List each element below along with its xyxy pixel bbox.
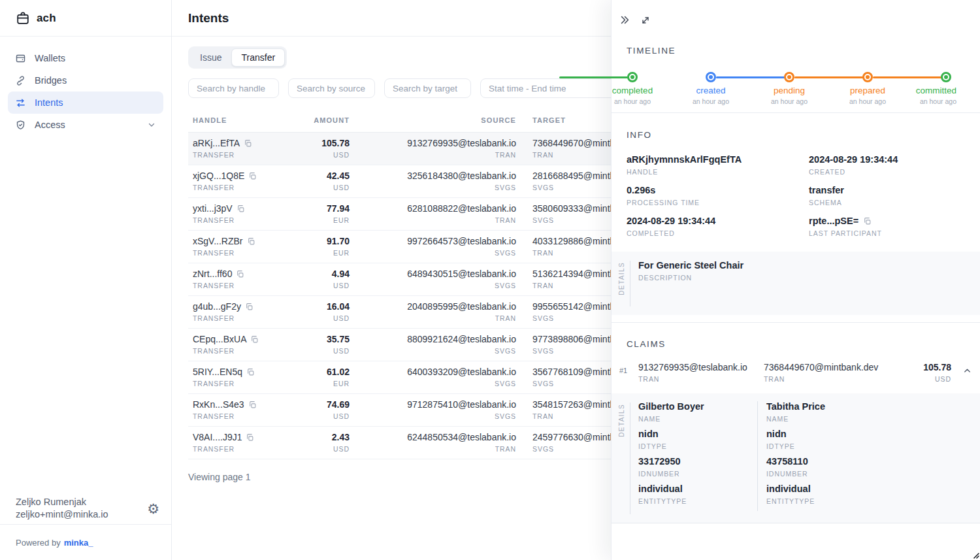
timeline-step-time: an hour ago <box>916 97 956 105</box>
intent-handle: yxti...j3pV <box>193 203 233 214</box>
logo: ach <box>0 0 171 37</box>
sidebar-nav: Wallets Bridges Intents <box>0 37 171 146</box>
intent-handle: g4ub...gF2y <box>193 301 241 312</box>
intent-source-type: TRAN <box>371 314 516 322</box>
sidebar-item-label: Access <box>35 120 65 130</box>
copy-icon[interactable] <box>246 433 254 442</box>
intent-amount: 74.69 <box>286 399 350 410</box>
sidebar-item-wallets[interactable]: Wallets <box>8 47 163 69</box>
copy-icon[interactable] <box>250 335 259 344</box>
info-field-label: SCHEMA <box>809 199 964 206</box>
timeline-step-time: an hour ago <box>771 97 808 105</box>
copy-icon[interactable] <box>245 303 253 311</box>
search-by-target-input[interactable] <box>384 78 471 98</box>
timeline-connector <box>716 76 785 78</box>
copy-icon[interactable] <box>248 401 257 409</box>
timeline-step-time: an hour ago <box>693 97 729 105</box>
swap-arrows-icon <box>15 97 26 108</box>
info-field-value: 2024-08-29 19:34:44 <box>809 154 898 165</box>
info-field-value: 2024-08-29 19:34:44 <box>627 216 715 226</box>
timeline-step-label: pending <box>771 86 808 95</box>
timeline-connector <box>638 76 707 78</box>
claim-details-block: DETAILS Gilberto Boyer NAME nidn IDTYPE … <box>612 393 980 523</box>
intent-handle: aRKj...EfTA <box>193 138 240 148</box>
expand-panel-icon[interactable] <box>639 13 652 27</box>
intent-source-type: SVGS <box>371 282 516 289</box>
intent-handle: 5RIY...EN5q <box>193 367 242 377</box>
page-title: Intents <box>188 11 229 25</box>
copy-icon[interactable] <box>247 237 255 246</box>
tab-transfer[interactable]: Transfer <box>231 48 285 67</box>
intent-amount: 16.04 <box>286 301 350 312</box>
sidebar-item-access[interactable]: Access <box>8 114 163 136</box>
settings-gear-icon[interactable]: ⚙ <box>147 502 159 516</box>
divider <box>630 261 630 306</box>
plug-icon <box>15 75 26 86</box>
column-header-amount: AMOUNT <box>286 116 350 124</box>
chevron-down-icon <box>147 120 156 129</box>
copy-icon[interactable] <box>246 368 255 376</box>
claim-target: 7368449670@mintbank.dev <box>764 362 878 372</box>
intent-handle: zNrt...ff60 <box>193 269 232 279</box>
intent-source-type: TRAN <box>371 445 516 453</box>
claim-source: 9132769935@teslabank.io <box>638 362 747 372</box>
intent-currency: USD <box>286 347 350 355</box>
claim-target-type: TRAN <box>764 375 878 383</box>
intent-source: 6281088822@teslabank.io <box>371 203 516 214</box>
claim-row[interactable]: #1 9132769935@teslabank.io TRAN 73684496… <box>612 358 980 388</box>
copy-icon[interactable] <box>248 172 257 180</box>
date-range-input[interactable] <box>480 78 619 98</box>
user-name: Zeljko Rumenjak <box>16 496 108 508</box>
search-by-handle-input[interactable] <box>188 78 279 98</box>
intent-currency: EUR <box>286 249 350 257</box>
info-field: transfer SCHEMA <box>809 185 964 206</box>
info-section-title: INFO <box>627 130 652 140</box>
copy-icon[interactable] <box>237 205 245 213</box>
tab-issue[interactable]: Issue <box>190 48 231 67</box>
user-email: zeljko+mint@minka.io <box>16 508 108 521</box>
briefcase-icon <box>16 11 30 25</box>
intent-handle: CEpq...BxUA <box>193 334 246 344</box>
search-by-source-input[interactable] <box>288 78 375 98</box>
timeline-connector <box>873 76 942 78</box>
status-timeline: created an hour ago pending an hour ago <box>627 72 951 105</box>
panel-actions <box>618 13 652 27</box>
timeline-section-title: TIMELINE <box>627 46 676 56</box>
chevron-up-icon[interactable] <box>962 366 972 376</box>
sidebar: ach Wallets Bridges In <box>0 0 172 560</box>
filter-bar <box>188 78 619 98</box>
description-value: For Generic Steel Chair <box>638 260 743 271</box>
copy-icon[interactable] <box>236 270 244 278</box>
party-idtype: nidn <box>638 429 757 439</box>
minka-brand-link[interactable]: minka_ <box>64 538 93 548</box>
timeline-step: pending an hour ago <box>784 72 794 82</box>
timeline-node-icon <box>627 72 638 82</box>
copy-icon[interactable] <box>863 217 872 225</box>
collapse-panel-icon[interactable] <box>618 13 632 27</box>
timeline-node-icon <box>706 72 716 82</box>
intent-source-type: SVGS <box>371 380 516 387</box>
intent-source: 2040895995@teslabank.io <box>371 301 516 312</box>
timeline-step-time: an hour ago <box>849 97 886 105</box>
intent-currency: USD <box>286 184 350 191</box>
party-idtype: nidn <box>766 429 876 439</box>
info-field: aRKjhymnnskArlFgqEfTA HANDLE <box>627 154 809 176</box>
info-field-label: HANDLE <box>627 168 809 176</box>
intent-amount: 2.43 <box>286 432 350 442</box>
timeline-node-icon <box>784 72 794 82</box>
timeline-step-label: completed <box>612 86 653 95</box>
copy-icon[interactable] <box>244 139 252 148</box>
info-field: rpte...pSE= LAST PARTICIPANT <box>809 216 964 237</box>
intent-handle: xjGQ...1Q8E <box>193 171 244 181</box>
info-field: 2024-08-29 19:34:44 CREATED <box>809 154 964 176</box>
claim-source-type: TRAN <box>638 375 747 383</box>
sidebar-item-intents[interactable]: Intents <box>8 91 163 114</box>
sidebar-item-bridges[interactable]: Bridges <box>8 69 163 91</box>
claims-section-title: CLAIMS <box>627 339 666 349</box>
intent-amount: 91.70 <box>286 236 350 246</box>
timeline-connector <box>794 76 864 78</box>
intent-source: 9132769935@teslabank.io <box>371 138 516 148</box>
intent-detail-panel: TIMELINE created an hour ago <box>611 0 980 560</box>
info-grid: aRKjhymnnskArlFgqEfTA HANDLE 2024-08-29 … <box>627 154 964 237</box>
sidebar-item-label: Bridges <box>35 75 67 86</box>
